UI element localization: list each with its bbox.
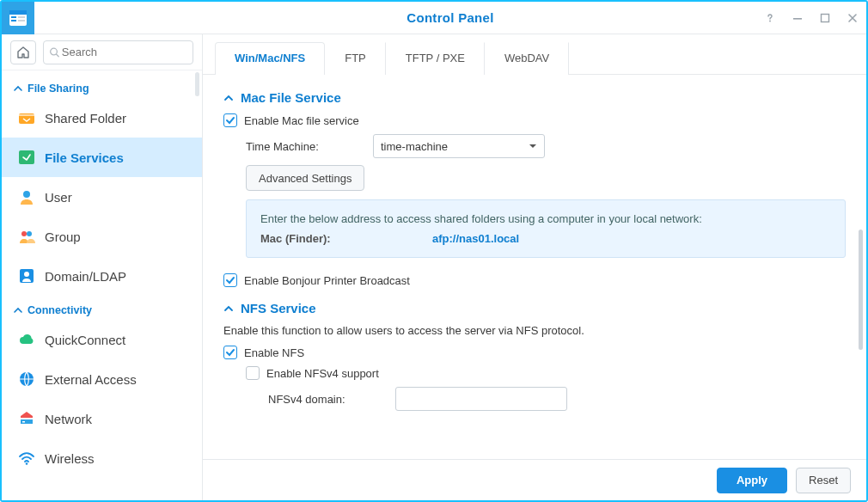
svg-rect-19 xyxy=(22,421,25,423)
globe-icon xyxy=(17,370,36,389)
checkbox-label: Enable Mac file service xyxy=(244,114,359,127)
sidebar-item-group[interactable]: Group xyxy=(2,217,202,256)
time-machine-select[interactable]: time-machine xyxy=(373,134,545,158)
search-field[interactable] xyxy=(43,40,193,64)
svg-point-6 xyxy=(769,21,771,22)
svg-rect-1 xyxy=(9,10,27,15)
checkbox-label: Enable NFS xyxy=(244,346,304,359)
home-button[interactable] xyxy=(10,40,36,64)
sidebar-section-file-sharing[interactable]: File Sharing xyxy=(2,74,202,98)
sidebar-item-file-services[interactable]: File Services xyxy=(2,138,202,177)
svg-point-20 xyxy=(26,462,28,465)
tab-win-mac-nfs[interactable]: Win/Mac/NFS xyxy=(215,42,325,75)
info-value: afp://nas01.local xyxy=(432,232,519,245)
svg-rect-11 xyxy=(19,150,34,164)
check-icon xyxy=(225,115,235,126)
svg-rect-3 xyxy=(11,20,16,21)
sidebar-item-label: Group xyxy=(45,230,81,244)
svg-point-13 xyxy=(21,231,27,236)
close-icon[interactable] xyxy=(846,11,859,25)
search-icon xyxy=(49,46,60,58)
apply-button[interactable]: Apply xyxy=(717,468,787,493)
tab-tftp-pxe[interactable]: TFTP / PXE xyxy=(386,42,485,75)
info-key: Mac (Finder): xyxy=(260,232,432,245)
sidebar-item-label: Domain/LDAP xyxy=(45,269,126,284)
svg-rect-8 xyxy=(822,15,829,22)
svg-rect-5 xyxy=(18,20,25,21)
folder-share-icon xyxy=(17,108,36,127)
sidebar-item-label: Wireless xyxy=(45,451,95,466)
chevron-up-icon xyxy=(223,303,234,314)
cloud-icon xyxy=(17,330,36,349)
sidebar-item-external-access[interactable]: External Access xyxy=(2,359,202,399)
search-input[interactable] xyxy=(60,45,187,59)
chevron-up-icon xyxy=(223,93,234,103)
section-title: Mac File Service xyxy=(241,90,341,105)
network-icon xyxy=(17,409,36,428)
sidebar: File Sharing Shared Folder File Services xyxy=(2,34,203,500)
titlebar: Control Panel xyxy=(2,2,866,34)
checkbox-label: Enable NFSv4 support xyxy=(266,367,379,380)
sidebar-item-label: File Services xyxy=(45,150,124,165)
sidebar-section-label: Connectivity xyxy=(28,304,92,316)
checkbox-enable-mac-file-service[interactable] xyxy=(223,113,237,127)
app-icon xyxy=(2,2,34,34)
info-header: Enter the below address to access shared… xyxy=(260,212,831,225)
maximize-icon[interactable] xyxy=(818,11,832,25)
chevron-down-icon xyxy=(529,142,537,150)
sidebar-item-label: External Access xyxy=(45,372,137,387)
svg-point-12 xyxy=(23,191,30,198)
sidebar-section-connectivity[interactable]: Connectivity xyxy=(2,296,202,320)
sidebar-item-shared-folder[interactable]: Shared Folder xyxy=(2,98,202,138)
section-mac-file-service[interactable]: Mac File Service xyxy=(223,90,846,105)
control-panel-window: Control Panel xyxy=(0,0,868,502)
content-scrollbar[interactable] xyxy=(859,230,863,350)
sidebar-item-user[interactable]: User xyxy=(2,177,202,217)
sidebar-item-label: Shared Folder xyxy=(45,111,126,126)
domain-ldap-icon xyxy=(17,266,36,285)
home-icon xyxy=(16,46,30,59)
nfsv4-domain-label: NFSv4 domain: xyxy=(268,393,388,406)
sidebar-item-domain-ldap[interactable]: Domain/LDAP xyxy=(2,256,202,296)
reset-button[interactable]: Reset xyxy=(796,468,851,493)
svg-point-16 xyxy=(24,272,29,277)
content-area: Win/Mac/NFS FTP TFTP / PXE WebDAV Mac Fi… xyxy=(203,34,866,500)
section-nfs-service[interactable]: NFS Service xyxy=(223,301,846,315)
sidebar-item-network[interactable]: Network xyxy=(2,399,202,438)
help-icon[interactable] xyxy=(763,11,777,25)
chevron-up-icon xyxy=(14,306,22,315)
sidebar-item-wireless[interactable]: Wireless xyxy=(2,438,202,478)
tab-bar: Win/Mac/NFS FTP TFTP / PXE WebDAV xyxy=(203,34,866,75)
checkbox-enable-nfs[interactable] xyxy=(223,346,237,359)
nfsv4-domain-input[interactable] xyxy=(395,387,567,411)
file-services-icon xyxy=(17,148,36,167)
window-controls xyxy=(763,2,859,34)
svg-rect-4 xyxy=(18,16,25,18)
nfs-description: Enable this function to allow users to a… xyxy=(223,324,846,337)
advanced-settings-button[interactable]: Advanced Settings xyxy=(246,165,364,191)
footer: Apply Reset xyxy=(203,459,866,500)
select-value: time-machine xyxy=(381,140,448,153)
svg-rect-7 xyxy=(793,18,802,20)
sidebar-section-label: File Sharing xyxy=(28,83,89,95)
group-icon xyxy=(17,227,36,246)
minimize-icon[interactable] xyxy=(791,11,804,25)
check-icon xyxy=(225,347,235,358)
access-address-info: Enter the below address to access shared… xyxy=(246,199,846,258)
user-icon xyxy=(17,187,36,206)
chevron-up-icon xyxy=(14,84,22,93)
svg-rect-2 xyxy=(11,16,16,18)
sidebar-scrollbar[interactable] xyxy=(195,72,199,96)
tab-webdav[interactable]: WebDAV xyxy=(485,42,569,75)
sidebar-item-label: User xyxy=(45,190,72,205)
checkbox-enable-bonjour[interactable] xyxy=(223,273,237,287)
svg-point-14 xyxy=(27,231,32,236)
window-title: Control Panel xyxy=(34,10,866,25)
settings-panel: Mac File Service Enable Mac file service… xyxy=(203,75,866,459)
check-icon xyxy=(225,275,235,285)
checkbox-enable-nfsv4[interactable] xyxy=(246,366,260,380)
time-machine-label: Time Machine: xyxy=(246,140,366,153)
tab-ftp[interactable]: FTP xyxy=(325,42,386,75)
sidebar-item-quickconnect[interactable]: QuickConnect xyxy=(2,320,202,359)
checkbox-label: Enable Bonjour Printer Broadcast xyxy=(244,274,410,287)
